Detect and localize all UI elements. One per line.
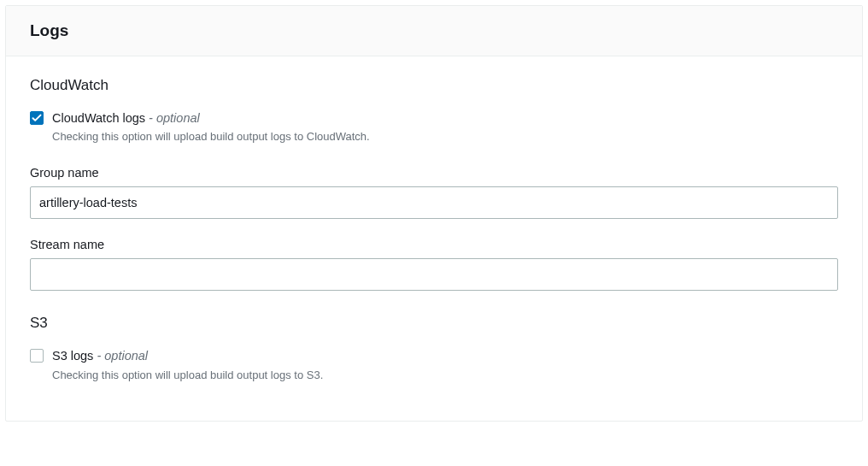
cloudwatch-logs-label-group: CloudWatch logs - optional Checking this…	[52, 109, 370, 145]
s3-section: S3 S3 logs - optional Checking this opti…	[30, 315, 838, 383]
s3-logs-checkbox[interactable]	[30, 349, 44, 363]
cloudwatch-logs-checkbox-row: CloudWatch logs - optional Checking this…	[30, 109, 838, 145]
group-name-field: Group name	[30, 166, 838, 219]
group-name-label: Group name	[30, 166, 838, 180]
s3-logs-label-text: S3 logs	[52, 349, 93, 363]
cloudwatch-logs-optional: - optional	[145, 111, 200, 125]
cloudwatch-section: CloudWatch CloudWatch logs - optional Ch…	[30, 77, 838, 291]
group-name-input[interactable]	[30, 186, 838, 219]
panel-body: CloudWatch CloudWatch logs - optional Ch…	[6, 56, 862, 421]
s3-logs-optional: - optional	[93, 349, 148, 363]
s3-logs-checkbox-row: S3 logs - optional Checking this option …	[30, 347, 838, 383]
s3-logs-label-group: S3 logs - optional Checking this option …	[52, 347, 323, 383]
check-icon	[32, 113, 42, 123]
cloudwatch-heading: CloudWatch	[30, 77, 838, 94]
stream-name-label: Stream name	[30, 238, 838, 251]
cloudwatch-logs-label[interactable]: CloudWatch logs - optional	[52, 109, 370, 127]
cloudwatch-logs-checkbox[interactable]	[30, 111, 44, 125]
logs-panel: Logs CloudWatch CloudWatch logs - option…	[5, 5, 863, 422]
s3-heading: S3	[30, 315, 838, 332]
panel-title: Logs	[30, 21, 838, 40]
panel-header: Logs	[6, 6, 862, 56]
stream-name-field: Stream name	[30, 238, 838, 291]
stream-name-input[interactable]	[30, 258, 838, 291]
s3-logs-label[interactable]: S3 logs - optional	[52, 347, 323, 364]
cloudwatch-logs-label-text: CloudWatch logs	[52, 111, 145, 125]
cloudwatch-logs-description: Checking this option will upload build o…	[52, 128, 370, 145]
s3-logs-description: Checking this option will upload build o…	[52, 367, 323, 384]
